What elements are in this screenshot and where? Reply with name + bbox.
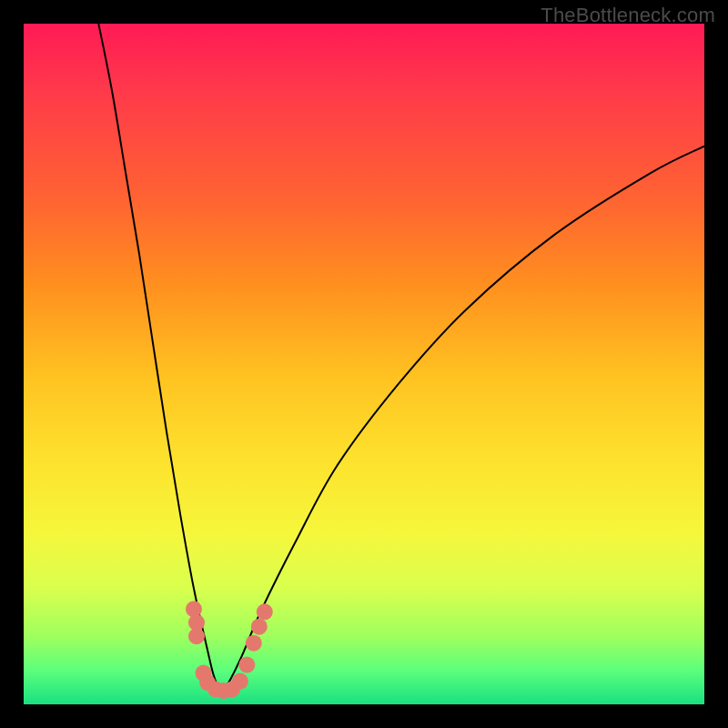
watermark-text: TheBottleneck.com (541, 4, 715, 27)
data-marker (186, 601, 202, 617)
data-marker (257, 603, 273, 620)
data-marker (238, 657, 255, 673)
bottleneck-curve (98, 24, 704, 691)
chart-svg (24, 24, 704, 704)
data-marker (232, 673, 248, 690)
data-marker (246, 635, 262, 652)
chart-frame: TheBottleneck.com (0, 0, 728, 728)
chart-plot-area (24, 24, 704, 704)
data-marker (188, 628, 205, 644)
data-marker (251, 619, 268, 635)
